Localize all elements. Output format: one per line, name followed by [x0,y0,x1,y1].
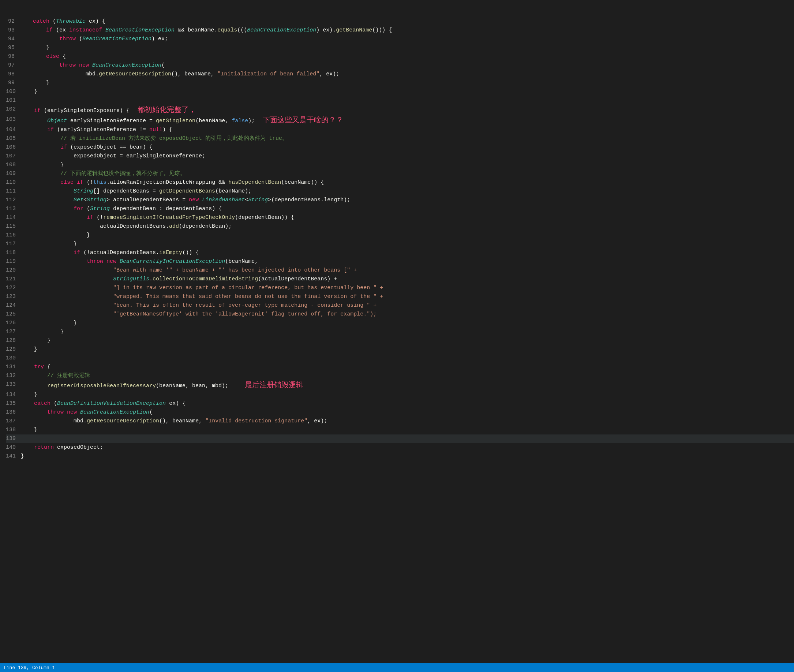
token [21,383,47,389]
token: collectionToCommaDelimitedString [153,276,258,282]
line-number: 130 [6,354,21,363]
token: BeanCreationException [92,62,161,69]
token: "wrapped. This means that said other bea… [113,294,383,300]
token: throw [59,62,76,69]
token [21,444,34,451]
code-line: 127 } [6,328,794,336]
line-number: 122 [6,284,21,293]
token: [] dependentBeans = [93,188,159,194]
code-line: 100 } [6,88,794,96]
line-number: 120 [6,266,21,275]
line-number: 96 [6,52,20,61]
token: "Invalid destruction signature" [205,418,307,424]
line-number: 113 [6,205,21,213]
line-code: } [21,426,794,434]
token [21,135,61,142]
token: if [34,107,41,114]
code-line: 118 if (!actualDependentBeans.isEmpty())… [6,248,794,257]
token: (earlySingletonExposure) { [41,107,129,114]
code-line: 102 if (earlySingletonExposure) { 都初始化完整… [6,105,794,115]
token: instanceof [69,27,102,33]
line-code: } [21,88,794,96]
token [21,267,113,274]
line-code: catch (BeanDefinitionValidationException… [21,399,794,408]
token: if [46,27,53,33]
token: else [46,53,59,60]
token [21,418,73,424]
line-number: 121 [6,275,21,284]
token: } [21,320,77,326]
token: (ex [53,27,69,33]
code-line: 114 if (!removeSingletonIfCreatedForType… [6,213,794,222]
line-code: } [21,336,794,345]
line-number: 92 [6,17,20,26]
token: ( [76,36,82,42]
line-code: } [21,390,794,399]
code-line: 115 actualDependentBeans.add(dependentBe… [6,222,794,231]
token [89,62,92,69]
line-code: throw new BeanCreationException( [20,61,794,70]
token: < [245,197,248,203]
token: } [21,453,24,459]
token [20,36,59,42]
token: 都初始化完整了， [129,106,196,114]
token: ); [248,118,255,124]
code-line: 129 } [6,345,794,354]
code-line: 110 else if (!this.allowRawInjectionDesp… [6,178,794,187]
code-line: 97 throw new BeanCreationException( [6,61,794,70]
line-number: 132 [6,371,21,380]
code-line: 103 Object earlySingletonReference = get… [6,115,794,126]
token: ) ex; [152,36,168,42]
token: if [47,126,54,133]
token: getBeanName [336,27,372,33]
code-content[interactable]: 92 catch (Throwable ex) {93 if (ex insta… [0,0,794,663]
code-line: 141} [6,452,794,461]
line-code: } [21,328,794,336]
line-code: if (earlySingletonExposure) { 都初始化完整了， [21,105,794,115]
code-line: 108 } [6,161,794,170]
token [64,409,67,415]
line-code: else { [20,52,794,61]
token [21,302,113,309]
line-number: 140 [6,443,21,452]
line-code [21,96,794,105]
code-line: 99 } [6,79,794,88]
token: > actualDependentBeans = [107,197,189,203]
code-line: 130 [6,354,794,363]
token: } [21,162,64,168]
line-number: 118 [6,248,21,257]
token [21,294,113,300]
token [21,206,73,212]
token: (actualDependentBeans) + [258,276,337,282]
line-number: 126 [6,319,21,328]
line-code: throw (BeanCreationException) ex; [20,35,794,43]
line-code: } [20,43,794,52]
line-number: 115 [6,222,21,231]
token: // 下面的逻辑我也没全搞懂，就不分析了。见谅。 [61,171,185,177]
token [76,62,79,69]
token: } [21,329,64,335]
token: "] in its raw version as part of a circu… [113,285,383,291]
code-line: 128 } [6,336,794,345]
token [24,453,27,459]
code-line: 109 // 下面的逻辑我也没全搞懂，就不分析了。见谅。 [6,170,794,178]
line-code: if (!actualDependentBeans.isEmpty()) { [21,248,794,257]
line-number: 103 [6,115,21,124]
line-code: "wrapped. This means that said other bea… [21,293,794,301]
token: if [87,214,93,221]
token: getResourceDescription [87,418,159,424]
line-code: if (earlySingletonReference != null) { [21,126,794,134]
line-code: Object earlySingletonReference = getSing… [21,115,794,126]
token: new [107,258,117,265]
line-number: 129 [6,345,21,354]
token [21,179,61,186]
token: < [83,197,87,203]
token: } [21,241,77,247]
token [21,126,47,133]
line-code: throw new BeanCurrentlyInCreationExcepti… [21,257,794,266]
token [117,258,120,265]
token [102,27,105,33]
code-line: 132 // 注册销毁逻辑 [6,371,794,380]
token: } [21,427,37,433]
token: // 若 initializeBean 方法未改变 exposedObject … [61,135,288,142]
